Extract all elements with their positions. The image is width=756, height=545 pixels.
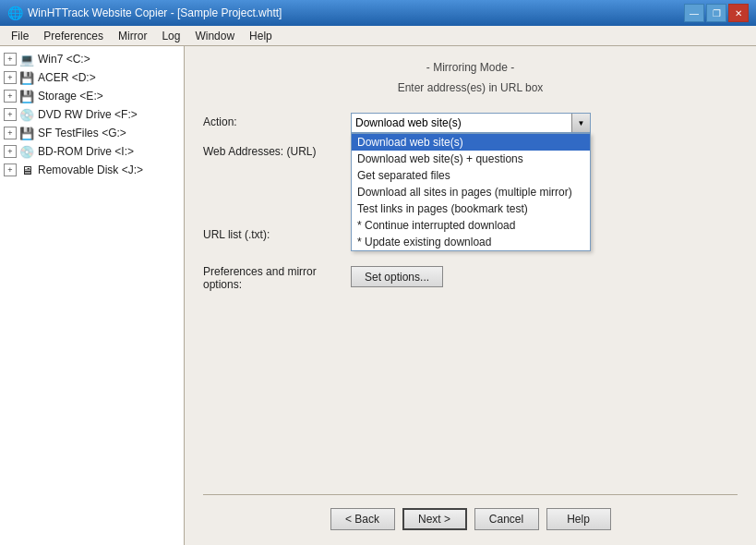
minimize-button[interactable]: —: [684, 4, 704, 22]
dropdown-option-update[interactable]: * Update existing download: [352, 234, 590, 250]
restore-button[interactable]: ❐: [706, 4, 726, 22]
preferences-label: Preferences and mirror options:: [203, 262, 351, 291]
sidebar-item-removable[interactable]: + 🖥 Removable Disk <J:>: [0, 161, 184, 179]
drive-icon-removable: 🖥: [18, 163, 35, 177]
sidebar-item-sf[interactable]: + 💾 SF TestFiles <G:>: [0, 124, 184, 142]
expand-icon-acer[interactable]: +: [4, 71, 17, 84]
action-form-control: Download web site(s) ▼ Download web site…: [351, 113, 738, 133]
bottom-buttons: < Back Next > Cancel Help: [203, 508, 738, 530]
expand-icon-dvd[interactable]: +: [4, 108, 17, 121]
dropdown-option-download-site-q[interactable]: Download web site(s) + questions: [352, 151, 590, 167]
preferences-row: Preferences and mirror options: Set opti…: [203, 262, 738, 291]
mode-title: - Mirroring Mode -: [203, 61, 738, 74]
drive-icon-storage: 💾: [18, 89, 35, 103]
set-options-control: Set options...: [351, 266, 738, 287]
cancel-button[interactable]: Cancel: [474, 508, 539, 530]
sidebar-tree: + 💻 Win7 <C:> + 💾 ACER <D:> + 💾 Storage …: [0, 46, 185, 545]
set-options-button[interactable]: Set options...: [351, 266, 443, 287]
back-button[interactable]: < Back: [330, 508, 395, 530]
sidebar-item-dvd[interactable]: + 💿 DVD RW Drive <F:>: [0, 105, 184, 124]
dropdown-option-test-links[interactable]: Test links in pages (bookmark test): [352, 200, 590, 217]
drive-icon-bd: 💿: [18, 144, 35, 159]
menu-mirror[interactable]: Mirror: [111, 28, 154, 44]
drive-label-acer: ACER <D:>: [38, 71, 96, 84]
next-button[interactable]: Next >: [402, 508, 467, 530]
menu-window[interactable]: Window: [187, 28, 242, 44]
main-layout: + 💻 Win7 <C:> + 💾 ACER <D:> + 💾 Storage …: [0, 46, 756, 545]
drive-label-sf: SF TestFiles <G:>: [38, 127, 126, 139]
menu-help[interactable]: Help: [242, 28, 280, 44]
drive-icon-dvd: 💿: [18, 107, 35, 122]
divider: [203, 494, 738, 495]
close-button[interactable]: ✕: [728, 4, 749, 22]
drive-label-bd: BD-ROM Drive <I:>: [38, 145, 134, 158]
content-area: - Mirroring Mode - Enter address(es) in …: [185, 46, 756, 545]
action-dropdown-wrapper: Download web site(s) ▼ Download web site…: [351, 113, 591, 133]
dropdown-option-continue[interactable]: * Continue interrupted download: [352, 217, 590, 234]
menu-preferences[interactable]: Preferences: [36, 28, 111, 44]
app-icon: 🌐: [7, 6, 22, 20]
action-dropdown-list: Download web site(s) Download web site(s…: [351, 133, 591, 251]
expand-icon-bd[interactable]: +: [4, 145, 17, 158]
action-dropdown[interactable]: Download web site(s) ▼: [351, 113, 591, 133]
menu-log[interactable]: Log: [154, 28, 187, 44]
drive-label-storage: Storage <E:>: [38, 90, 103, 103]
menu-bar: File Preferences Mirror Log Window Help: [0, 26, 756, 46]
drive-label-dvd: DVD RW Drive <F:>: [38, 108, 138, 121]
drive-icon-win7: 💻: [18, 52, 35, 67]
sidebar-item-bd[interactable]: + 💿 BD-ROM Drive <I:>: [0, 142, 184, 161]
expand-icon-win7[interactable]: +: [4, 53, 17, 66]
mode-subtitle: Enter address(es) in URL box: [203, 81, 738, 94]
drive-label-win7: Win7 <C:>: [38, 53, 90, 66]
drive-icon-acer: 💾: [18, 70, 35, 85]
dropdown-arrow-icon[interactable]: ▼: [571, 114, 590, 132]
menu-file[interactable]: File: [4, 28, 36, 44]
sidebar-item-storage[interactable]: + 💾 Storage <E:>: [0, 87, 184, 105]
action-row: Action: Download web site(s) ▼ Download …: [203, 113, 738, 133]
dropdown-option-get-separated[interactable]: Get separated files: [352, 167, 590, 184]
sidebar-item-win7[interactable]: + 💻 Win7 <C:>: [0, 50, 184, 68]
action-label: Action:: [203, 113, 351, 128]
url-list-label: URL list (.txt):: [203, 225, 351, 241]
dropdown-option-download-all[interactable]: Download all sites in pages (multiple mi…: [352, 184, 590, 200]
title-bar: 🌐 WinHTTrack Website Copier - [Sample Pr…: [0, 0, 756, 26]
action-selected-text: Download web site(s): [355, 116, 462, 129]
drive-icon-sf: 💾: [18, 126, 35, 140]
drive-label-removable: Removable Disk <J:>: [38, 164, 143, 176]
expand-icon-sf[interactable]: +: [4, 127, 17, 139]
expand-icon-removable[interactable]: +: [4, 164, 17, 176]
dropdown-option-download-site[interactable]: Download web site(s): [352, 134, 590, 151]
web-addresses-label: Web Addresses: (URL): [203, 142, 351, 158]
window-controls: — ❐ ✕: [684, 4, 749, 22]
expand-icon-storage[interactable]: +: [4, 90, 17, 103]
sidebar-item-acer[interactable]: + 💾 ACER <D:>: [0, 68, 184, 87]
help-button[interactable]: Help: [546, 508, 611, 530]
window-title: WinHTTrack Website Copier - [Sample Proj…: [28, 6, 684, 19]
